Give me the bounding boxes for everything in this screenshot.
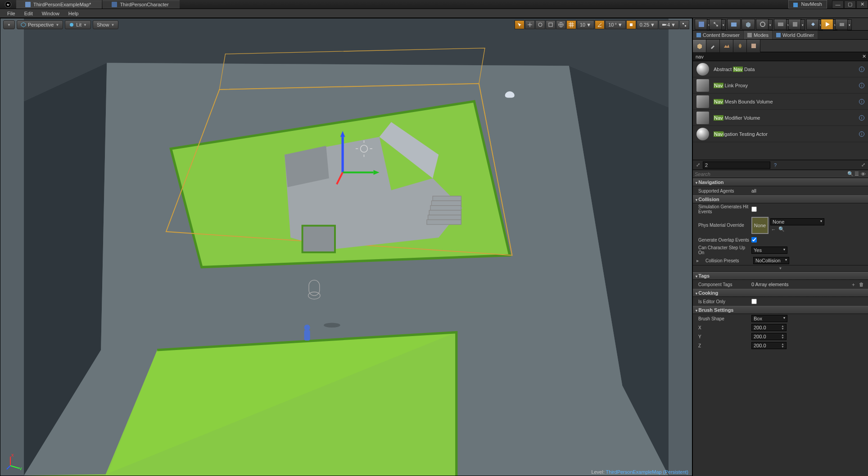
browse-button[interactable]: 🔍 xyxy=(778,226,785,233)
info-icon[interactable]: i xyxy=(859,99,864,104)
info-icon[interactable]: i xyxy=(859,131,864,137)
transform-scale-button[interactable] xyxy=(546,20,556,29)
snap-scale-toggle[interactable] xyxy=(626,20,636,29)
details-body[interactable]: Navigation Supported Agents all Collisio… xyxy=(693,178,868,476)
snap-grid-value[interactable]: 10▼ xyxy=(577,20,594,29)
selected-actor-field[interactable] xyxy=(703,162,770,169)
section-cooking[interactable]: Cooking xyxy=(693,289,868,297)
viewport-perspective-button[interactable]: Perspective▼ xyxy=(17,20,63,29)
svg-text:x: x xyxy=(11,452,14,458)
marketplace-button[interactable] xyxy=(727,19,741,30)
list-item[interactable]: Nav Link Proxy i xyxy=(693,77,868,94)
menu-edit[interactable]: Edit xyxy=(20,10,37,17)
blueprints-button[interactable]: ▾ xyxy=(756,19,769,30)
viewport-options-button[interactable]: ▼ xyxy=(3,20,15,29)
svg-rect-55 xyxy=(731,22,737,27)
sim-hit-checkbox[interactable] xyxy=(751,207,757,212)
maximize-button[interactable]: ▢ xyxy=(844,0,856,9)
step-up-dropdown[interactable]: Yes xyxy=(751,247,787,254)
brush-y-input[interactable]: 200.0▲▼ xyxy=(751,333,787,340)
prop-sim-hit-events: Simulation Generates Hit Events xyxy=(693,203,868,215)
info-icon[interactable]: i xyxy=(859,83,864,88)
expand-advanced-button[interactable]: ▼ xyxy=(693,265,868,272)
transform-rotate-button[interactable] xyxy=(535,20,545,29)
section-collision[interactable]: Collision xyxy=(693,195,868,203)
minimize-button[interactable]: — xyxy=(832,0,844,9)
compile-button[interactable]: ▾ xyxy=(806,19,820,30)
clear-tags-button[interactable]: 🗑 xyxy=(858,281,864,287)
details-search-input[interactable] xyxy=(695,171,847,177)
snap-angle-value[interactable]: 10°▼ xyxy=(605,20,626,29)
list-item[interactable]: Nav Mesh Bounds Volume i xyxy=(693,94,868,110)
overlap-checkbox[interactable] xyxy=(751,237,757,242)
tab-label: ThirdPersonExampleMap* xyxy=(33,2,91,7)
brush-z-input[interactable]: 200.0▲▼ xyxy=(751,342,787,349)
list-item[interactable]: Navigation Testing Actor i xyxy=(693,126,868,142)
search-icon[interactable]: 🔍 xyxy=(847,171,854,177)
property-matrix-button[interactable]: ⤢ xyxy=(860,162,866,168)
transform-translate-button[interactable] xyxy=(525,20,535,29)
viewport-3d[interactable]: x y xyxy=(0,18,692,476)
source-control-button[interactable]: ▾ xyxy=(709,19,723,30)
lock-icon[interactable]: ⤢ xyxy=(695,162,701,168)
view-options-button[interactable]: ☰ xyxy=(854,171,860,177)
coord-system-button[interactable] xyxy=(556,20,566,29)
use-selected-button[interactable]: ← xyxy=(770,226,777,233)
list-item[interactable]: Nav Modifier Volume i xyxy=(693,110,868,126)
add-tag-button[interactable]: ＋ xyxy=(850,281,856,287)
transform-select-button[interactable] xyxy=(515,20,524,29)
help-icon[interactable]: ? xyxy=(772,162,778,168)
cinematic-icon xyxy=(777,21,784,28)
play-button[interactable]: ▾ xyxy=(821,19,834,30)
tab-content-browser[interactable]: Content Browser xyxy=(693,31,743,39)
viewport-maximize-button[interactable] xyxy=(679,20,689,29)
section-brush-settings[interactable]: Brush Settings xyxy=(693,306,868,314)
launch-button[interactable]: ▾ xyxy=(835,19,849,30)
tab-level[interactable]: ThirdPersonExampleMap* xyxy=(16,0,102,9)
brush-x-input[interactable]: 200.0▲▼ xyxy=(751,324,787,331)
title-search-result[interactable]: NavMesh xyxy=(788,0,827,8)
modes-class-list[interactable]: Abstract Nav Data i Nav Link Proxy i Nav… xyxy=(693,61,868,160)
cinematics-button[interactable]: ▾ xyxy=(774,19,787,30)
viewport-show-button[interactable]: Show▼ xyxy=(93,20,118,29)
snap-angle-toggle[interactable] xyxy=(595,20,605,29)
settings-button[interactable] xyxy=(741,19,755,30)
mode-paint-button[interactable] xyxy=(706,40,720,52)
menu-file[interactable]: File xyxy=(3,10,20,17)
menu-window[interactable]: Window xyxy=(37,10,64,17)
viewport-lit-button[interactable]: Lit▼ xyxy=(65,20,91,29)
camera-speed-button[interactable]: 4▼ xyxy=(659,20,679,29)
clear-search-button[interactable]: ✕ xyxy=(860,54,868,59)
section-navigation[interactable]: Navigation xyxy=(693,178,868,186)
snap-scale-value[interactable]: 0.25▼ xyxy=(637,20,658,29)
info-icon[interactable]: i xyxy=(859,67,864,72)
save-button[interactable]: ▾ xyxy=(695,19,708,30)
phys-material-dropdown[interactable]: None xyxy=(770,218,824,225)
collision-preset-dropdown[interactable]: NoCollision xyxy=(753,257,789,264)
svg-rect-51 xyxy=(699,22,704,27)
prop-editor-only: Is Editor Only xyxy=(693,297,868,306)
build-button[interactable]: ▾ xyxy=(788,19,802,30)
brush-shape-dropdown[interactable]: Box xyxy=(751,315,787,322)
mode-foliage-button[interactable] xyxy=(733,40,747,52)
editor-only-checkbox[interactable] xyxy=(751,299,757,304)
close-button[interactable]: ✕ xyxy=(856,0,868,9)
svg-rect-24 xyxy=(429,210,461,215)
supported-agents-value[interactable]: all xyxy=(751,188,756,193)
section-tags[interactable]: Tags xyxy=(693,272,868,280)
tab-blueprint[interactable]: ThirdPersonCharacter xyxy=(103,0,179,9)
tab-world-outliner[interactable]: World Outliner xyxy=(773,31,818,39)
mode-place-button[interactable] xyxy=(693,40,706,52)
svg-rect-5 xyxy=(630,23,633,26)
info-icon[interactable]: i xyxy=(859,115,864,121)
mode-landscape-button[interactable] xyxy=(720,40,733,52)
tab-modes[interactable]: Modes xyxy=(744,31,772,39)
eye-icon[interactable]: 👁 xyxy=(860,171,866,177)
menu-help[interactable]: Help xyxy=(64,10,83,17)
snap-grid-toggle[interactable] xyxy=(566,20,576,29)
modes-search-input[interactable] xyxy=(693,53,860,60)
expand-icon[interactable]: ▸ xyxy=(696,258,700,264)
mode-geometry-button[interactable] xyxy=(747,40,760,52)
list-item[interactable]: Abstract Nav Data i xyxy=(693,61,868,77)
material-thumb[interactable]: None xyxy=(751,217,769,234)
